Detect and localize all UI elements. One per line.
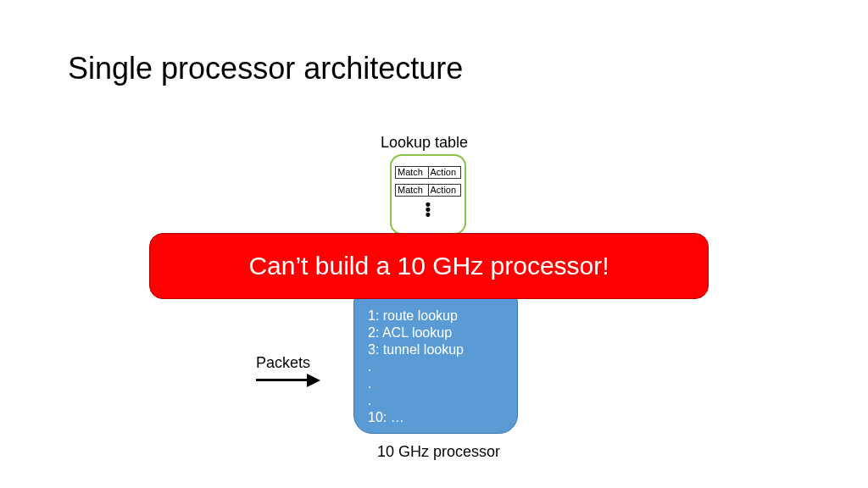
match-cell: Match	[396, 185, 429, 196]
packets-label: Packets	[256, 354, 310, 372]
match-cell: Match	[396, 167, 429, 178]
action-cell: Action	[429, 185, 461, 196]
proc-line: .	[368, 392, 504, 409]
proc-line: .	[368, 375, 504, 392]
arrow-icon	[256, 374, 322, 386]
warning-banner: Can’t build a 10 GHz processor!	[149, 233, 709, 299]
slide: Single processor architecture Lookup tab…	[0, 0, 868, 488]
lookup-table-label: Lookup table	[381, 134, 468, 152]
vertical-dots-icon: •••	[392, 202, 465, 217]
proc-line: 3: tunnel lookup	[368, 341, 504, 358]
slide-title: Single processor architecture	[68, 51, 463, 86]
lookup-table-box: Match Action Match Action •••	[390, 154, 466, 235]
processor-bottom-label: 10 GHz processor	[377, 443, 500, 461]
proc-line: 10: …	[368, 409, 504, 426]
proc-line: .	[368, 358, 504, 375]
lookup-row: Match Action	[395, 166, 461, 179]
proc-line: 1: route lookup	[368, 308, 504, 324]
warning-banner-text: Can’t build a 10 GHz processor!	[248, 252, 609, 280]
lookup-row: Match Action	[395, 184, 461, 197]
action-cell: Action	[429, 167, 461, 178]
processor-box: 1: route lookup 2: ACL lookup 3: tunnel …	[353, 285, 518, 434]
proc-line: 2: ACL lookup	[368, 324, 504, 341]
